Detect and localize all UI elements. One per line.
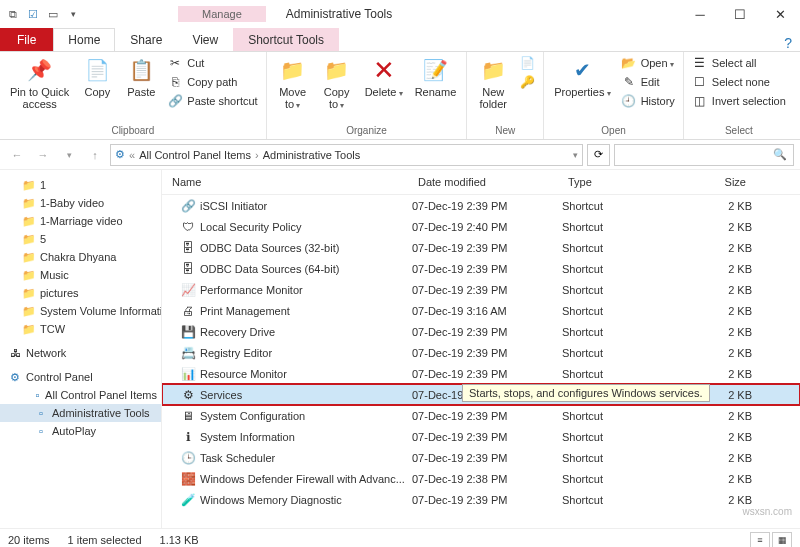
- tree-folder[interactable]: 📁Music: [0, 266, 161, 284]
- help-icon[interactable]: ?: [784, 35, 792, 51]
- file-icon: 📊: [180, 366, 196, 382]
- tree-folder[interactable]: 📁5: [0, 230, 161, 248]
- nav-tree[interactable]: 📁1📁1-Baby video📁1-Marriage video📁5📁Chakr…: [0, 170, 162, 528]
- tree-cp-item[interactable]: ▫AutoPlay: [0, 422, 161, 440]
- tree-label: Control Panel: [26, 371, 93, 383]
- maximize-button[interactable]: ☐: [720, 0, 760, 28]
- cut-button[interactable]: ✂Cut: [165, 54, 259, 72]
- open-button[interactable]: 📂Open: [619, 54, 677, 72]
- file-row[interactable]: 🧪Windows Memory Diagnostic07-Dec-19 2:39…: [162, 489, 800, 510]
- qat-dropdown-icon[interactable]: ▾: [64, 5, 82, 23]
- tab-home[interactable]: Home: [53, 28, 115, 51]
- copy-button[interactable]: 📄Copy: [77, 54, 117, 100]
- history-button[interactable]: 🕘History: [619, 92, 677, 110]
- copyto-icon: 📁: [323, 56, 351, 84]
- close-button[interactable]: ✕: [760, 0, 800, 28]
- context-tab-label: Manage: [178, 6, 266, 22]
- select-none-button[interactable]: ☐Select none: [690, 73, 788, 91]
- tree-folder[interactable]: 📁pictures: [0, 284, 161, 302]
- easy-access-button[interactable]: 🔑: [517, 73, 537, 91]
- view-details-icon[interactable]: ≡: [750, 532, 770, 548]
- tree-folder[interactable]: 📁1: [0, 176, 161, 194]
- tab-share[interactable]: Share: [115, 28, 177, 51]
- col-date[interactable]: Date modified: [412, 174, 562, 190]
- tab-view[interactable]: View: [177, 28, 233, 51]
- file-row[interactable]: ⚙Services07-Dec-19 2:39 PMShortcut2 KBSt…: [162, 384, 800, 405]
- new-item-button[interactable]: 📄: [517, 54, 537, 72]
- properties-button[interactable]: ✔Properties: [550, 54, 614, 101]
- paste-button[interactable]: 📋Paste: [121, 54, 161, 100]
- qat-checkbox-icon[interactable]: ☑: [24, 5, 42, 23]
- tree-folder[interactable]: 📁Chakra Dhyana: [0, 248, 161, 266]
- copy-to-button[interactable]: 📁Copy to: [317, 54, 357, 113]
- tree-cp-item[interactable]: ▫Administrative Tools: [0, 404, 161, 422]
- file-size: 2 KB: [672, 452, 752, 464]
- file-row[interactable]: 🖥System Configuration07-Dec-19 2:39 PMSh…: [162, 405, 800, 426]
- file-size: 2 KB: [672, 347, 752, 359]
- delete-button[interactable]: ✕Delete: [361, 54, 407, 101]
- invert-selection-button[interactable]: ◫Invert selection: [690, 92, 788, 110]
- file-row[interactable]: 📇Registry Editor07-Dec-19 2:39 PMShortcu…: [162, 342, 800, 363]
- file-name: ODBC Data Sources (32-bit): [200, 242, 339, 254]
- qat-newfolder-icon[interactable]: ▭: [44, 5, 62, 23]
- breadcrumb[interactable]: ⚙ « All Control Panel Items › Administra…: [110, 144, 583, 166]
- breadcrumb-item[interactable]: All Control Panel Items: [139, 149, 251, 161]
- col-size[interactable]: Size: [672, 174, 752, 190]
- group-label-open: Open: [550, 125, 677, 137]
- status-selected: 1 item selected: [68, 534, 142, 546]
- forward-button[interactable]: →: [32, 144, 54, 166]
- recent-button[interactable]: ▾: [58, 144, 80, 166]
- file-row[interactable]: 🔗iSCSI Initiator07-Dec-19 2:39 PMShortcu…: [162, 195, 800, 216]
- breadcrumb-item[interactable]: Administrative Tools: [263, 149, 361, 161]
- paste-shortcut-button[interactable]: 🔗Paste shortcut: [165, 92, 259, 110]
- tree-control-panel[interactable]: ⚙Control Panel: [0, 368, 161, 386]
- search-input[interactable]: 🔍: [614, 144, 794, 166]
- tree-folder[interactable]: 📁1-Baby video: [0, 194, 161, 212]
- refresh-button[interactable]: ⟳: [587, 144, 610, 166]
- minimize-button[interactable]: ─: [680, 0, 720, 28]
- file-row[interactable]: 📈Performance Monitor07-Dec-19 2:39 PMSho…: [162, 279, 800, 300]
- tree-folder[interactable]: 📁TCW: [0, 320, 161, 338]
- explorer-body: 📁1📁1-Baby video📁1-Marriage video📁5📁Chakr…: [0, 170, 800, 528]
- move-to-button[interactable]: 📁Move to: [273, 54, 313, 113]
- file-row[interactable]: 📊Resource Monitor07-Dec-19 2:39 PMShortc…: [162, 363, 800, 384]
- qat-properties-icon[interactable]: ⧉: [4, 5, 22, 23]
- back-button[interactable]: ←: [6, 144, 28, 166]
- col-name[interactable]: Name: [162, 174, 412, 190]
- new-folder-button[interactable]: 📁New folder: [473, 54, 513, 112]
- file-date: 07-Dec-19 2:39 PM: [412, 200, 562, 212]
- tree-label: 1: [40, 179, 46, 191]
- breadcrumb-dropdown-icon[interactable]: ▾: [573, 150, 578, 160]
- edit-button[interactable]: ✎Edit: [619, 73, 677, 91]
- file-date: 07-Dec-19 2:39 PM: [412, 263, 562, 275]
- up-button[interactable]: ↑: [84, 144, 106, 166]
- tab-shortcut-tools[interactable]: Shortcut Tools: [233, 28, 339, 51]
- quick-access-toolbar: ⧉ ☑ ▭ ▾: [0, 5, 86, 23]
- file-row[interactable]: 🧱Windows Defender Firewall with Advanc..…: [162, 468, 800, 489]
- file-row[interactable]: 🖨Print Management07-Dec-19 3:16 AMShortc…: [162, 300, 800, 321]
- group-clipboard: 📌Pin to Quick access 📄Copy 📋Paste ✂Cut ⎘…: [0, 52, 267, 139]
- pin-to-quick-access-button[interactable]: 📌Pin to Quick access: [6, 54, 73, 112]
- file-size: 2 KB: [672, 431, 752, 443]
- tree-network[interactable]: 🖧Network: [0, 344, 161, 362]
- tree-cp-item[interactable]: ▫All Control Panel Items: [0, 386, 161, 404]
- copy-path-button[interactable]: ⎘Copy path: [165, 73, 259, 91]
- file-date: 07-Dec-19 2:39 PM: [412, 494, 562, 506]
- file-row[interactable]: 💾Recovery Drive07-Dec-19 2:39 PMShortcut…: [162, 321, 800, 342]
- select-all-button[interactable]: ☰Select all: [690, 54, 788, 72]
- file-row[interactable]: 🛡Local Security Policy07-Dec-19 2:40 PMS…: [162, 216, 800, 237]
- file-row[interactable]: 🗄ODBC Data Sources (64-bit)07-Dec-19 2:3…: [162, 258, 800, 279]
- file-type: Shortcut: [562, 347, 672, 359]
- rename-button[interactable]: 📝Rename: [411, 54, 461, 100]
- col-type[interactable]: Type: [562, 174, 672, 190]
- file-type: Shortcut: [562, 494, 672, 506]
- select-all-icon: ☰: [692, 55, 708, 71]
- tree-folder[interactable]: 📁1-Marriage video: [0, 212, 161, 230]
- file-row[interactable]: ℹSystem Information07-Dec-19 2:39 PMShor…: [162, 426, 800, 447]
- view-thumbs-icon[interactable]: ▦: [772, 532, 792, 548]
- file-row[interactable]: 🗄ODBC Data Sources (32-bit)07-Dec-19 2:3…: [162, 237, 800, 258]
- tree-folder[interactable]: 📁System Volume Information: [0, 302, 161, 320]
- folder-icon: 📁: [22, 304, 36, 318]
- tab-file[interactable]: File: [0, 28, 53, 51]
- file-row[interactable]: 🕒Task Scheduler07-Dec-19 2:39 PMShortcut…: [162, 447, 800, 468]
